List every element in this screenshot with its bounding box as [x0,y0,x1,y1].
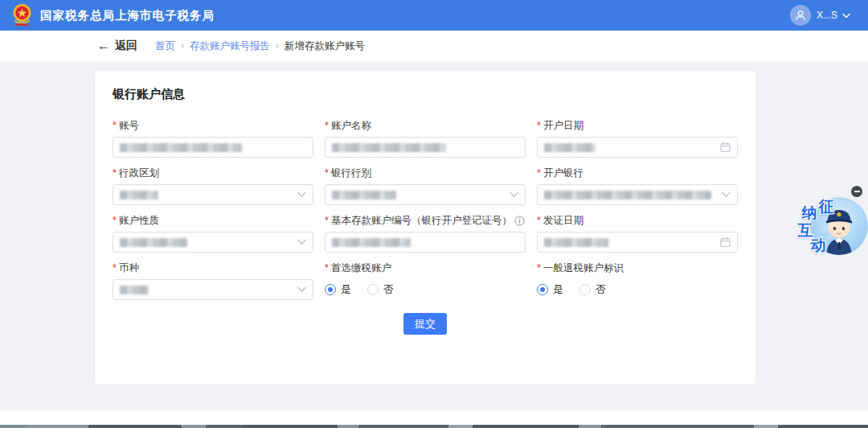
opening-bank-select[interactable] [537,184,738,205]
general-refund-flag-radio-group: 是 否 [537,279,738,300]
site-title: 国家税务总局上海市电子税务局 [40,8,215,23]
radio-selected-icon [325,284,336,295]
field-label: 首选缴税账户 [331,261,391,275]
masked-value [332,143,446,152]
field-label: 开户银行 [543,167,583,180]
back-button[interactable]: ← 返回 [97,39,137,53]
field-label: 发证日期 [543,214,583,228]
field-basic-deposit-account-no: * 基本存款账户编号（银行开户登记证号） [325,213,526,253]
field-account-nature: * 账户性质 [113,213,313,253]
issue-date-input[interactable] [537,232,738,253]
currency-select[interactable] [113,279,313,300]
tax-interaction-widget[interactable]: 征 纳 互 动 [796,183,868,268]
required-marker: * [537,262,541,274]
breadcrumb-separator: › [181,40,184,51]
field-issue-date: * 发证日期 [537,213,738,253]
required-marker: * [325,167,329,179]
radio-yes[interactable]: 是 [537,282,563,297]
field-bank-type: * 银行行别 [325,166,526,205]
field-account-number: * 账号 [113,118,313,158]
chevron-down-icon [297,192,306,198]
basic-deposit-account-no-input[interactable] [325,232,526,253]
breadcrumb-report[interactable]: 存款账户账号报告 [190,39,270,53]
chevron-down-icon [297,287,306,293]
breadcrumb-separator: › [276,40,279,51]
field-label: 账户性质 [119,214,159,228]
breadcrumb-current-page: 新增存款账户账号 [285,39,365,53]
field-account-name: * 账户名称 [325,118,526,158]
masked-value [332,238,411,247]
required-marker: * [537,215,541,226]
widget-collapse-button[interactable] [851,186,862,197]
required-marker: * [113,262,117,274]
field-general-refund-account-flag: * 一般退税账户标识 是 否 [537,261,738,300]
user-menu-chevron-down-icon[interactable] [842,13,850,19]
user-icon [794,9,807,22]
account-number-input[interactable] [113,137,313,158]
radio-no[interactable]: 否 [579,282,606,297]
bank-type-select[interactable] [325,184,526,205]
widget-char: 征 [818,199,834,215]
radio-no[interactable]: 否 [367,282,394,297]
back-label: 返回 [115,39,137,53]
widget-char: 动 [810,237,826,253]
section-title: 银行账户信息 [113,87,738,102]
required-marker: * [325,120,329,131]
field-label: 账号 [119,119,139,133]
widget-char: 纳 [801,205,817,221]
field-label: 一般退税账户标识 [543,261,624,275]
minus-icon [854,191,860,192]
masked-value [120,286,149,294]
field-currency: * 币种 [113,261,313,300]
info-icon[interactable] [514,216,525,226]
field-admin-division: * 行政区划 [113,166,313,205]
chevron-down-icon [510,192,518,198]
breadcrumb: 首页 › 存款账户账号报告 › 新增存款账户账号 [155,39,365,53]
chevron-down-icon [297,240,306,245]
masked-value [332,191,396,200]
masked-value [544,238,608,247]
open-date-input[interactable] [537,137,738,158]
field-label: 币种 [119,261,139,275]
field-open-date: * 开户日期 [537,118,738,158]
required-marker: * [113,120,117,131]
masked-value [544,143,596,152]
masked-value [544,191,711,200]
radio-unselected-icon [579,284,591,295]
submit-button[interactable]: 提交 [403,313,447,335]
preferred-tax-account-radio-group: 是 否 [325,279,526,300]
required-marker: * [325,215,329,226]
user-avatar[interactable] [790,5,811,26]
user-display-name[interactable]: X...S [817,10,837,21]
field-opening-bank: * 开户银行 [537,166,738,205]
tax-bureau-emblem-logo [11,3,33,27]
app-header: 国家税务总局上海市电子税务局 X...S [0,0,868,31]
sub-header: ← 返回 首页 › 存款账户账号报告 › 新增存款账户账号 [0,31,868,61]
account-name-input[interactable] [325,137,526,158]
required-marker: * [113,167,117,179]
masked-value [120,143,242,152]
field-label: 基本存款账户编号（银行开户登记证号） [331,214,512,228]
required-marker: * [325,262,329,274]
bank-account-form-card: 银行账户信息 * 账号 * 账户名称 * 开户日期 [95,71,755,385]
breadcrumb-home[interactable]: 首页 [155,39,175,53]
radio-yes[interactable]: 是 [325,282,351,297]
radio-unselected-icon [367,284,379,295]
required-marker: * [537,167,541,179]
field-label: 银行行别 [331,167,371,180]
masked-value [120,238,187,247]
calendar-icon [720,237,731,248]
chevron-down-icon [722,192,731,198]
masked-value [120,191,158,200]
back-arrow-icon: ← [97,39,110,53]
field-label: 账户名称 [331,119,371,133]
field-label: 开户日期 [543,119,583,133]
field-label: 行政区划 [119,167,159,180]
required-marker: * [113,215,117,226]
admin-division-select[interactable] [113,184,313,205]
account-nature-select[interactable] [113,232,313,253]
bottom-strip [0,410,868,425]
taskbar-edge [0,425,868,428]
calendar-icon [720,142,731,153]
required-marker: * [537,120,541,131]
